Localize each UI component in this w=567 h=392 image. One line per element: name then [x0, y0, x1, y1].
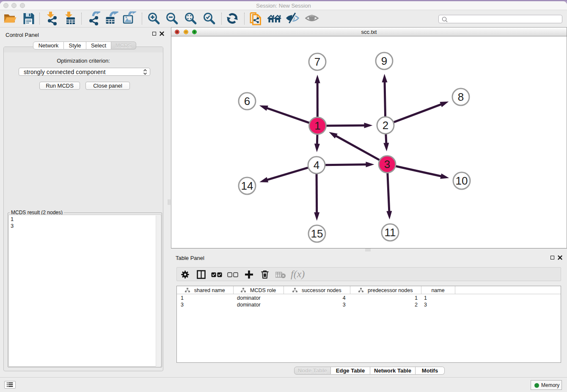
svg-text:11: 11	[385, 226, 396, 239]
svg-text:15: 15	[311, 227, 323, 240]
svg-text:1: 1	[314, 119, 320, 132]
svg-text:3: 3	[384, 158, 390, 171]
svg-text:2: 2	[383, 119, 388, 132]
svg-text:9: 9	[381, 55, 387, 67]
svg-text:10: 10	[456, 174, 468, 187]
svg-text:6: 6	[244, 95, 250, 108]
svg-text:7: 7	[314, 55, 320, 68]
svg-text:8: 8	[458, 91, 464, 103]
svg-text:4: 4	[314, 159, 319, 171]
svg-text:14: 14	[241, 179, 253, 192]
